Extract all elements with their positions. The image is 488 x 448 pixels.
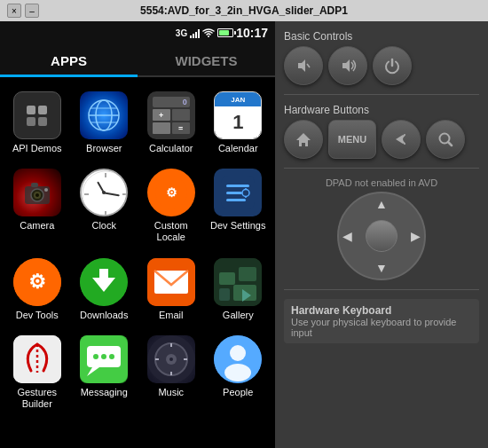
svg-rect-34 xyxy=(219,288,230,301)
camera-svg xyxy=(20,176,54,209)
search-button[interactable] xyxy=(426,120,465,159)
window-controls[interactable]: × – xyxy=(7,4,39,18)
svg-rect-19 xyxy=(226,185,249,187)
app-label-calendar: Calendar xyxy=(218,143,258,154)
svg-point-43 xyxy=(109,354,114,359)
app-tabs: APPS WIDGETS xyxy=(0,44,275,77)
volume-down-icon xyxy=(295,57,312,75)
dev-tools-svg: ⚙ xyxy=(13,258,61,306)
app-icon-people xyxy=(214,335,262,383)
app-label-dev-settings: Dev Settings xyxy=(210,220,265,232)
close-button[interactable]: × xyxy=(7,4,21,18)
svg-point-47 xyxy=(169,358,173,361)
app-item-browser[interactable]: Browser xyxy=(71,84,138,161)
dpad-up[interactable]: ▲ xyxy=(375,197,388,211)
tab-apps[interactable]: APPS xyxy=(0,44,138,75)
app-item-calculator[interactable]: 0 + = Calculator xyxy=(138,84,205,161)
hardware-buttons-section: Hardware Buttons MENU xyxy=(284,104,479,159)
svg-marker-55 xyxy=(298,59,305,72)
svg-line-60 xyxy=(448,142,452,145)
dpad-right[interactable]: ▶ xyxy=(411,229,421,243)
locale-svg: ⚙ xyxy=(154,176,188,209)
app-grid: API Demos Browser xyxy=(0,77,275,448)
dpad-section: DPAD not enabled in AVD ▲ ▼ ◀ ▶ xyxy=(284,177,479,280)
status-icons: 3G 10:17 xyxy=(176,26,268,40)
app-icon-calculator: 0 + = xyxy=(147,91,195,139)
app-item-people[interactable]: People xyxy=(205,328,272,417)
dpad[interactable]: ▲ ▼ ◀ ▶ xyxy=(337,192,426,280)
app-label-camera: Camera xyxy=(20,220,54,232)
tab-widgets[interactable]: WIDGETS xyxy=(138,44,275,75)
svg-line-56 xyxy=(307,64,310,67)
dpad-label: DPAD not enabled in AVD xyxy=(326,177,437,188)
divider-2 xyxy=(284,168,479,169)
svg-rect-20 xyxy=(226,192,242,194)
back-icon xyxy=(392,130,410,148)
app-label-music: Music xyxy=(158,387,184,398)
status-bar: 3G 10:17 xyxy=(0,21,275,44)
home-button[interactable] xyxy=(284,120,323,159)
hardware-keyboard-section: Hardware Keyboard Use your physical keyb… xyxy=(284,299,479,343)
volume-down-button[interactable] xyxy=(284,46,323,85)
menu-button[interactable]: MENU xyxy=(328,120,376,159)
app-icon-calendar: JAN 1 xyxy=(214,91,262,139)
svg-point-54 xyxy=(224,364,251,381)
app-item-api-demos[interactable]: API Demos xyxy=(4,84,71,161)
dev-settings-svg xyxy=(221,176,255,209)
app-label-api-demos: API Demos xyxy=(12,143,62,154)
app-icon-custom-locale: ⚙ xyxy=(147,169,195,216)
clock-ticks xyxy=(82,170,128,216)
app-item-dev-tools[interactable]: ⚙ Dev Tools xyxy=(4,251,71,328)
app-item-gallery[interactable]: Gallery xyxy=(205,251,272,328)
svg-point-10 xyxy=(44,188,48,192)
power-button[interactable] xyxy=(373,46,412,85)
svg-point-8 xyxy=(35,193,39,197)
hardware-keyboard-title: Hardware Keyboard xyxy=(291,304,472,317)
gallery-svg xyxy=(214,258,262,306)
svg-rect-9 xyxy=(31,183,38,187)
basic-controls-row xyxy=(284,46,479,85)
app-icon-gestures-builder xyxy=(13,335,61,383)
dpad-center[interactable] xyxy=(366,220,397,252)
title-bar: × – 5554:AVD_for_3_2in_HVGA_slider_ADP1 xyxy=(0,0,488,21)
svg-rect-32 xyxy=(219,272,235,285)
app-icon-camera xyxy=(13,169,61,216)
back-button[interactable] xyxy=(382,120,421,159)
hardware-buttons-row: MENU xyxy=(284,120,479,159)
people-svg xyxy=(214,335,262,383)
app-item-calendar[interactable]: JAN 1 Calendar xyxy=(205,84,272,161)
minimize-button[interactable]: – xyxy=(25,4,39,18)
svg-text:⚙: ⚙ xyxy=(165,185,177,200)
app-item-camera[interactable]: Camera xyxy=(4,161,71,250)
app-item-messaging[interactable]: Messaging xyxy=(71,328,138,417)
basic-controls-title: Basic Controls xyxy=(284,30,479,43)
network-type: 3G xyxy=(176,28,187,38)
divider-1 xyxy=(284,94,479,95)
app-icon-api-demos xyxy=(13,91,61,139)
app-item-downloads[interactable]: Downloads xyxy=(71,251,138,328)
downloads-svg xyxy=(80,258,128,306)
app-label-gallery: Gallery xyxy=(223,310,254,321)
app-item-custom-locale[interactable]: ⚙ Custom Locale xyxy=(138,161,205,250)
window-title: 5554:AVD_for_3_2in_HVGA_slider_ADP1 xyxy=(140,4,348,17)
app-icon-browser xyxy=(80,91,128,139)
app-item-dev-settings[interactable]: Dev Settings xyxy=(205,161,272,250)
app-label-dev-tools: Dev Tools xyxy=(16,310,59,321)
main-layout: 3G 10:17 A xyxy=(0,21,488,448)
app-icon-music xyxy=(147,335,195,383)
volume-up-button[interactable] xyxy=(328,46,367,85)
music-svg xyxy=(147,335,195,383)
svg-point-11 xyxy=(83,171,128,216)
time-display: 10:17 xyxy=(236,26,268,40)
app-label-browser: Browser xyxy=(86,143,122,154)
app-item-music[interactable]: Music xyxy=(138,328,205,417)
dpad-left[interactable]: ◀ xyxy=(342,229,352,243)
dpad-down[interactable]: ▼ xyxy=(375,261,388,275)
app-item-email[interactable]: Email xyxy=(138,251,205,328)
app-item-gestures-builder[interactable]: Gestures Builder xyxy=(4,328,71,417)
app-icon-email xyxy=(147,258,195,306)
svg-marker-57 xyxy=(342,59,350,72)
app-item-clock[interactable]: Clock xyxy=(71,161,138,250)
signal-strength-icon xyxy=(190,28,200,38)
app-label-downloads: Downloads xyxy=(80,310,128,321)
